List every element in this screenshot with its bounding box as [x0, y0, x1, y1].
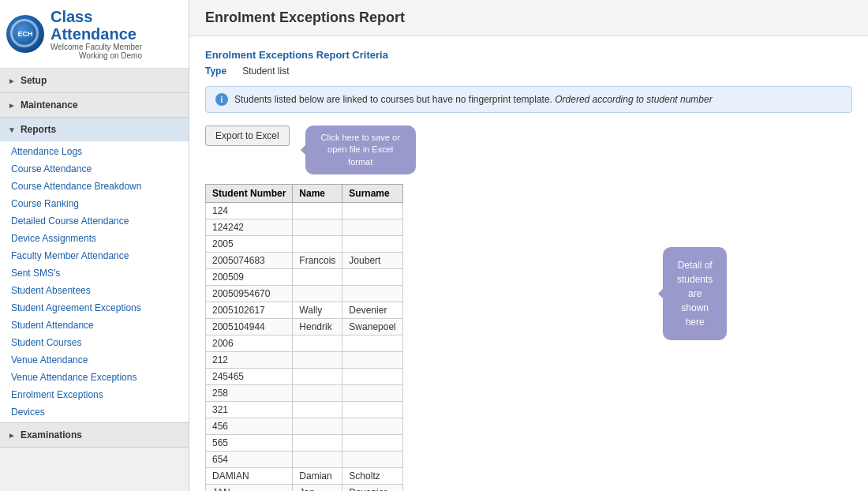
cell-name: Wally: [293, 302, 342, 319]
toolbar: Export to Excel Click here to save or op…: [205, 126, 852, 174]
cell-name: [293, 385, 342, 402]
cell-name: [293, 335, 342, 352]
app-logo: ECH: [6, 15, 44, 53]
sidebar-item-course-attendance[interactable]: Course Attendance: [0, 160, 189, 178]
cell-name: Francois: [293, 253, 342, 269]
cell-name: [293, 269, 342, 286]
cell-number: 565: [206, 435, 293, 452]
criteria-title: Enrolment Exceptions Report Criteria: [205, 49, 852, 61]
cell-surname: [342, 203, 402, 219]
table-row: 2005074683FrancoisJoubert: [206, 253, 403, 269]
cell-number: 321: [206, 402, 293, 418]
sidebar: ECH Class Attendance Welcome Faculty Mem…: [0, 0, 189, 491]
sidebar-item-sent-sms[interactable]: Sent SMS's: [0, 264, 189, 282]
sidebar-item-course-ranking[interactable]: Course Ranking: [0, 195, 189, 212]
sidebar-reports-label: Reports: [21, 124, 56, 135]
cell-surname: [342, 452, 402, 468]
export-tooltip: Click here to save or open file in Excel…: [305, 126, 416, 174]
sidebar-item-detailed-course-attendance[interactable]: Detailed Course Attendance: [0, 212, 189, 230]
table-row: 245465: [206, 369, 403, 385]
cell-number: 2005074683: [206, 253, 293, 269]
col-name: Name: [293, 185, 342, 203]
info-bar: i Students listed below are linked to co…: [205, 86, 852, 113]
table-row: 2006: [206, 335, 403, 352]
sidebar-item-attendance-logs[interactable]: Attendance Logs: [0, 143, 189, 160]
cell-name: [293, 435, 342, 452]
cell-surname: [342, 385, 402, 402]
cell-number: 258: [206, 385, 293, 402]
sidebar-item-course-attendance-breakdown[interactable]: Course Attendance Breakdown: [0, 178, 189, 195]
table-row: 654: [206, 452, 403, 468]
sidebar-item-setup[interactable]: ► Setup: [0, 69, 189, 92]
cell-name: [293, 219, 342, 236]
cell-surname: [342, 236, 402, 253]
sidebar-item-examinations[interactable]: ► Examinations: [0, 423, 189, 447]
cell-name: Damian: [293, 468, 342, 485]
cell-number: 20050954670: [206, 286, 293, 302]
cell-number: 456: [206, 418, 293, 435]
cell-number: 2006: [206, 335, 293, 352]
chevron-right-icon-2: ►: [8, 101, 16, 110]
sidebar-item-maintenance[interactable]: ► Maintenance: [0, 93, 189, 117]
cell-surname: [342, 219, 402, 236]
cell-number: 124: [206, 203, 293, 219]
detail-tooltip: Detail of students are shown here: [663, 247, 727, 340]
export-excel-button[interactable]: Export to Excel: [205, 126, 290, 146]
table-body: 12412424220052005074683FrancoisJoubert20…: [206, 203, 403, 491]
table-area: Student Number Name Surname 124124242200…: [205, 184, 403, 491]
chevron-right-icon-3: ►: [8, 431, 16, 440]
reports-links: Attendance Logs Course Attendance Course…: [0, 141, 189, 422]
sidebar-item-faculty-member-attendance[interactable]: Faculty Member Attendance: [0, 247, 189, 264]
table-row: 2005: [206, 236, 403, 253]
app-header: ECH Class Attendance Welcome Faculty Mem…: [0, 0, 189, 69]
main-content: Enrolment Exceptions Report Enrolment Ex…: [189, 0, 868, 491]
cell-number: 2005104944: [206, 319, 293, 335]
table-row: 565: [206, 435, 403, 452]
sidebar-item-student-agreement-exceptions[interactable]: Student Agreement Exceptions: [0, 299, 189, 317]
sidebar-item-venue-attendance[interactable]: Venue Attendance: [0, 351, 189, 369]
table-row: 20050954670: [206, 286, 403, 302]
sidebar-setup-label: Setup: [21, 75, 47, 86]
cell-surname: Joubert: [342, 253, 402, 269]
cell-surname: [342, 352, 402, 369]
sidebar-section-setup: ► Setup: [0, 69, 189, 93]
welcome-text: Welcome Faculty Member Working on Demo: [51, 43, 142, 60]
page-title: Enrolment Exceptions Report: [205, 9, 852, 26]
cell-surname: Scholtz: [342, 468, 402, 485]
sidebar-examinations-label: Examinations: [21, 429, 82, 440]
table-row: JANJanDevenier: [206, 485, 403, 491]
cell-name: [293, 286, 342, 302]
cell-name: Hendrik: [293, 319, 342, 335]
sidebar-item-venue-attendance-exceptions[interactable]: Venue Attendance Exceptions: [0, 369, 189, 386]
table-row: 321: [206, 402, 403, 418]
sidebar-item-student-attendance[interactable]: Student Attendance: [0, 317, 189, 334]
cell-number: 200509: [206, 269, 293, 286]
table-row: 212: [206, 352, 403, 369]
sidebar-item-devices[interactable]: Devices: [0, 403, 189, 421]
sidebar-item-device-assignments[interactable]: Device Assignments: [0, 230, 189, 247]
col-student-number: Student Number: [206, 185, 293, 203]
sidebar-item-reports[interactable]: ▼ Reports: [0, 118, 189, 141]
sidebar-item-student-absentees[interactable]: Student Absentees: [0, 282, 189, 299]
app-title-class: Class: [51, 8, 142, 25]
sidebar-section-examinations: ► Examinations: [0, 423, 189, 448]
cell-name: [293, 236, 342, 253]
cell-surname: Devenier: [342, 485, 402, 491]
table-row: 2005104944HendrikSwanepoel: [206, 319, 403, 335]
type-label: Type: [205, 66, 226, 77]
chevron-right-icon: ►: [8, 77, 16, 85]
sidebar-item-student-courses[interactable]: Student Courses: [0, 334, 189, 351]
app-title-attendance: Attendance: [51, 25, 142, 43]
table-row: 124: [206, 203, 403, 219]
sidebar-item-enrolment-exceptions[interactable]: Enrolment Exceptions: [0, 386, 189, 403]
table-row: 258: [206, 385, 403, 402]
cell-number: 124242: [206, 219, 293, 236]
cell-surname: [342, 402, 402, 418]
cell-name: [293, 418, 342, 435]
cell-number: 2005: [206, 236, 293, 253]
info-text: Students listed below are linked to cour…: [234, 94, 713, 105]
table-row: DAMIANDamianScholtz: [206, 468, 403, 485]
logo-text: ECH: [17, 30, 32, 38]
cell-name: [293, 452, 342, 468]
table-header-row: Student Number Name Surname: [206, 185, 403, 203]
